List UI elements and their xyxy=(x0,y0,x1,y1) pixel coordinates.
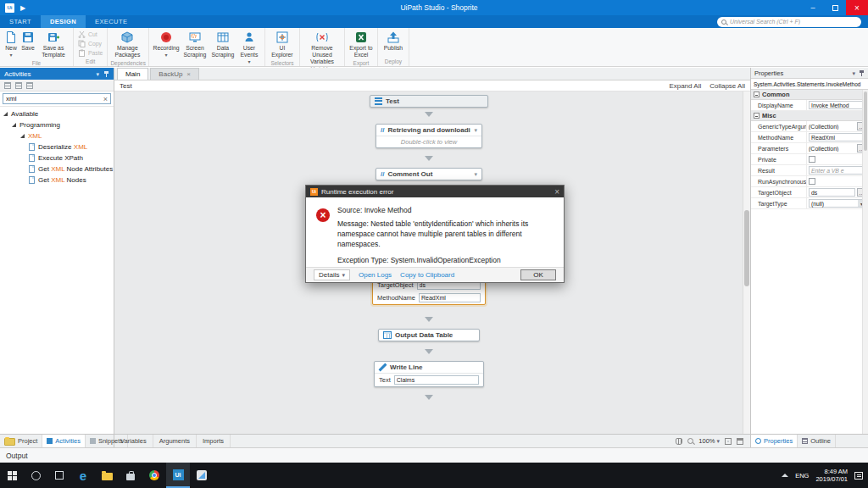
manage-packages-button[interactable]: Manage Packages xyxy=(110,30,144,59)
edge-button[interactable]: e xyxy=(71,463,95,488)
save-button[interactable]: Save xyxy=(19,30,36,53)
action-center-icon[interactable] xyxy=(854,472,863,480)
result-input[interactable] xyxy=(809,166,866,175)
screen-scraping-button[interactable]: Screen Scraping xyxy=(181,30,209,59)
properties-scrollbar[interactable] xyxy=(862,90,868,434)
imports-button[interactable]: Imports xyxy=(197,435,231,447)
tree-item-get-xml-nodes[interactable]: Get XML Nodes xyxy=(0,175,114,186)
expand-arrow-icon[interactable] xyxy=(20,134,25,138)
data-scraping-button[interactable]: Data Scraping xyxy=(209,30,236,59)
new-button[interactable]: New xyxy=(3,30,19,59)
collapse-all-link[interactable]: Collapse All xyxy=(709,82,745,90)
output-panel[interactable]: Output xyxy=(0,447,868,463)
methodname-input[interactable] xyxy=(809,133,866,141)
remove-unused-variables-button[interactable]: Remove Unused Variables xyxy=(303,30,342,65)
pan-icon[interactable] xyxy=(676,438,682,445)
tab-properties[interactable]: Properties xyxy=(751,435,798,447)
expand-arrow-icon[interactable] xyxy=(12,123,16,127)
language-indicator[interactable]: ENG xyxy=(795,472,809,480)
arguments-button[interactable]: Arguments xyxy=(153,435,197,447)
open-logs-link[interactable]: Open Logs xyxy=(359,271,392,279)
method-name-input[interactable] xyxy=(419,293,481,302)
universal-search-input[interactable] xyxy=(730,19,857,25)
scrollbar-thumb[interactable] xyxy=(864,92,867,151)
view-grid-icon[interactable] xyxy=(4,82,11,89)
displayname-input[interactable] xyxy=(809,101,866,109)
hidden-icons-caret[interactable] xyxy=(782,474,788,477)
tree-node-programming[interactable]: Programming xyxy=(0,119,114,130)
activity-comment-out[interactable]: Comment Out xyxy=(376,168,482,180)
expand-arrow-icon[interactable] xyxy=(3,112,8,116)
pin-icon[interactable] xyxy=(103,70,109,77)
copy-button[interactable]: Copy xyxy=(78,40,103,47)
run-icon[interactable] xyxy=(20,3,25,12)
section-common[interactable]: Common xyxy=(751,90,868,100)
file-explorer-button[interactable] xyxy=(95,463,119,488)
runasynchronously-checkbox[interactable] xyxy=(809,178,815,185)
dialog-close-icon[interactable] xyxy=(554,187,559,197)
store-button[interactable] xyxy=(119,463,142,488)
variables-button[interactable]: Variables xyxy=(114,435,153,447)
maximize-button[interactable] xyxy=(824,0,846,15)
view-options-icon[interactable] xyxy=(26,82,33,89)
app-button[interactable] xyxy=(190,463,214,488)
tab-start[interactable]: START xyxy=(0,15,41,28)
details-button[interactable]: Details xyxy=(314,269,350,280)
uipath-taskbar-button[interactable] xyxy=(166,463,190,488)
tab-outline[interactable]: Outline xyxy=(798,435,836,447)
fit-to-screen-icon[interactable] xyxy=(725,438,732,445)
tree-item-get-xml-node-attributes[interactable]: Get XML Node Attributes xyxy=(0,164,114,175)
publish-button[interactable]: Publish xyxy=(381,30,406,53)
panel-menu-icon[interactable] xyxy=(96,70,99,78)
zoom-icon[interactable] xyxy=(687,438,693,444)
ui-explorer-button[interactable]: UI Explorer xyxy=(268,30,297,59)
tree-node-xml[interactable]: XML xyxy=(0,130,114,141)
activity-retrieving[interactable]: Retrieving and downloadin Double-click t… xyxy=(376,124,482,148)
zoom-level-select[interactable]: 100% xyxy=(698,437,720,445)
dialog-titlebar[interactable]: Runtime execution error xyxy=(306,186,564,197)
tab-design[interactable]: DESIGN xyxy=(41,15,86,28)
export-to-excel-button[interactable]: Export to Excel xyxy=(348,30,375,59)
activities-search-input[interactable] xyxy=(6,95,103,103)
taskbar-clock[interactable]: 8:49 AM 2019/07/01 xyxy=(815,468,848,484)
recording-button[interactable]: Recording xyxy=(152,30,181,59)
targettype-dropdown[interactable]: (null) xyxy=(809,199,866,208)
section-misc[interactable]: Misc xyxy=(751,111,868,121)
tree-node-available[interactable]: Available xyxy=(0,108,114,119)
targetobject-input[interactable] xyxy=(809,188,855,197)
tree-item-execute-xpath[interactable]: Execute XPath xyxy=(0,152,114,164)
user-events-button[interactable]: User Events xyxy=(236,30,262,66)
panel-menu-icon[interactable] xyxy=(852,69,855,77)
tab-execute[interactable]: EXECUTE xyxy=(86,15,136,28)
canvas-scrollbar[interactable] xyxy=(743,92,750,434)
activity-output-data-table[interactable]: Output Data Table xyxy=(378,329,480,341)
collapse-box-icon[interactable] xyxy=(754,92,760,97)
doc-tab-backup[interactable]: BackUp xyxy=(150,68,199,80)
tree-item-deserialize-xml[interactable]: Deserialize XML xyxy=(0,141,114,152)
clear-search-icon[interactable] xyxy=(103,95,108,103)
pin-icon[interactable] xyxy=(859,69,865,76)
scrollbar-thumb[interactable] xyxy=(744,210,749,286)
taskbar-search-button[interactable] xyxy=(24,463,47,488)
paste-button[interactable]: Paste xyxy=(78,49,103,57)
close-tab-icon[interactable] xyxy=(186,70,191,78)
chrome-button[interactable] xyxy=(142,463,166,488)
doc-tab-main[interactable]: Main xyxy=(117,68,148,80)
copy-to-clipboard-link[interactable]: Copy to Clipboard xyxy=(400,271,454,279)
private-checkbox[interactable] xyxy=(809,156,815,163)
ok-button[interactable]: OK xyxy=(520,269,556,280)
tab-project[interactable]: Project xyxy=(0,435,42,447)
start-button[interactable] xyxy=(0,463,24,488)
expand-all-link[interactable]: Expand All xyxy=(669,82,701,90)
collapse-chevron-icon[interactable] xyxy=(474,170,477,178)
minimize-button[interactable] xyxy=(802,0,824,15)
write-line-text-input[interactable] xyxy=(394,375,479,385)
save-as-template-button[interactable]: Save as Template xyxy=(36,30,70,59)
collapse-chevron-icon[interactable] xyxy=(474,126,477,134)
view-list-icon[interactable] xyxy=(15,82,22,89)
tab-activities[interactable]: Activities xyxy=(42,435,86,447)
cut-button[interactable]: Cut xyxy=(78,30,103,38)
breadcrumb-root[interactable]: Test xyxy=(120,82,132,90)
close-button[interactable] xyxy=(846,0,868,15)
sequence-node-test[interactable]: Test xyxy=(370,95,488,108)
